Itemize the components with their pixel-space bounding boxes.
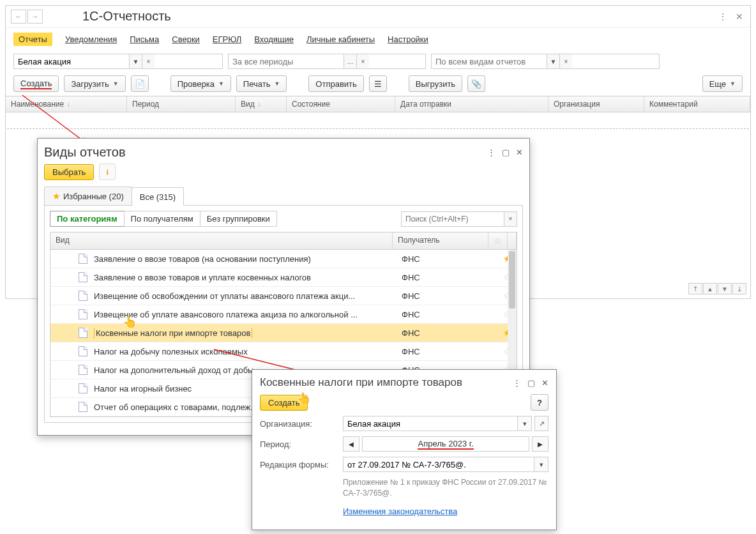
grid-header: Наименование↓ Период Вид↓ Состояние Дата…: [6, 96, 750, 112]
clear-search-icon[interactable]: ×: [504, 212, 517, 226]
chevron-down-icon[interactable]: ▼: [129, 54, 142, 68]
tab-notifications[interactable]: Уведомления: [65, 34, 117, 44]
star-icon: ★: [52, 191, 61, 201]
menu-icon[interactable]: ⋮: [513, 378, 521, 388]
maximize-icon[interactable]: ▢: [527, 378, 535, 388]
period-next[interactable]: ►: [532, 436, 548, 452]
document-icon: [79, 328, 87, 338]
row-name: Извещение об освобождении от уплаты аван…: [94, 291, 402, 301]
clear-icon[interactable]: ×: [142, 54, 155, 68]
export-button[interactable]: Выгрузить: [409, 75, 462, 92]
send-button[interactable]: Отправить: [308, 75, 363, 92]
col-fav-header[interactable]: ☆: [488, 233, 508, 249]
period-filter[interactable]: … ×: [228, 54, 426, 69]
tab-incoming[interactable]: Входящие: [254, 34, 294, 44]
tab-all[interactable]: Все (315): [132, 187, 184, 206]
row-name: Заявление о ввозе товаров (на основании …: [94, 254, 402, 264]
list-item[interactable]: Заявление о ввозе товаров и уплате косве…: [50, 268, 517, 287]
lbl-org: Организация:: [260, 419, 343, 429]
dlg-create-button[interactable]: Создать: [260, 395, 308, 411]
tab-reports[interactable]: Отчеты: [13, 33, 52, 46]
col-name[interactable]: Наименование: [11, 100, 64, 109]
col-org[interactable]: Организация: [554, 100, 600, 109]
edition-note: Приложение № 1 к приказу ФНС России от 2…: [343, 477, 548, 499]
info-icon[interactable]: i: [99, 164, 116, 180]
row-recv: ФНС: [402, 254, 497, 264]
col-kind-header[interactable]: Вид: [50, 233, 393, 249]
org-input[interactable]: [344, 419, 517, 429]
open-icon[interactable]: ↗: [534, 416, 548, 431]
close-icon[interactable]: ✕: [516, 148, 523, 157]
attach-icon-button[interactable]: 📎: [467, 75, 485, 92]
col-comment[interactable]: Комментарий: [649, 100, 698, 109]
create-dialog: Косвенные налоги при импорте товаров ⋮ ▢…: [252, 369, 557, 530]
tab-letters[interactable]: Письма: [130, 34, 159, 44]
select-button[interactable]: Выбрать: [44, 164, 94, 180]
grid-body: [7, 112, 749, 129]
chevron-down-icon[interactable]: ▾: [517, 416, 531, 431]
nav-back[interactable]: ←: [11, 10, 26, 24]
tab-favorites[interactable]: ★Избранные (20): [44, 187, 132, 205]
clear-icon[interactable]: ×: [559, 54, 572, 68]
clear-icon[interactable]: ×: [356, 54, 369, 68]
org-filter[interactable]: ▼ ×: [13, 54, 223, 69]
menu-icon[interactable]: ⋮: [717, 11, 729, 22]
tab-cabinets[interactable]: Личные кабинеты: [306, 34, 375, 44]
doc-icon-button[interactable]: 📄: [131, 75, 149, 92]
close-icon[interactable]: ✕: [734, 11, 745, 22]
list-item[interactable]: Извещение об уплате авансового платежа а…: [50, 305, 517, 324]
list-icon-button[interactable]: ☰: [369, 75, 387, 92]
document-icon: [79, 291, 87, 301]
col-kind[interactable]: Вид: [241, 100, 255, 109]
nav-fwd[interactable]: →: [27, 10, 43, 24]
list-item[interactable]: Налог на добычу полезных ископаемыхФНС☆: [50, 342, 517, 361]
col-recv-header[interactable]: Получатель: [393, 233, 488, 249]
list-item[interactable]: Извещение об освобождении от уплаты аван…: [50, 287, 517, 305]
col-state[interactable]: Состояние: [292, 100, 330, 109]
search-input[interactable]: [402, 212, 504, 226]
law-changes-link[interactable]: Изменения законодательства: [343, 507, 457, 516]
search-box[interactable]: ×: [401, 211, 517, 227]
kind-filter[interactable]: ▼ ×: [431, 54, 660, 69]
period-prev[interactable]: ◄: [343, 436, 359, 452]
col-period[interactable]: Период: [132, 100, 159, 109]
row-name: Извещение об уплате авансового платежа а…: [94, 310, 402, 319]
tab-egrul[interactable]: ЕГРЮЛ: [213, 34, 241, 44]
maximize-icon[interactable]: ▢: [502, 148, 510, 157]
check-button[interactable]: Проверка▼: [170, 75, 231, 92]
menu-icon[interactable]: ⋮: [487, 148, 495, 157]
col-sent[interactable]: Дата отправки: [400, 100, 451, 109]
mode-by-category[interactable]: По категориям: [50, 211, 125, 227]
chevron-down-icon[interactable]: ▾: [534, 457, 548, 471]
more-button[interactable]: Еще▼: [702, 75, 743, 92]
row-recv: ФНС: [402, 347, 497, 356]
mode-no-group[interactable]: Без группировки: [200, 211, 277, 227]
kind-filter-input[interactable]: [432, 54, 547, 68]
org-field[interactable]: ▾: [343, 416, 532, 431]
chevron-down-icon[interactable]: ▼: [547, 54, 559, 68]
tab-reconcile[interactable]: Сверки: [172, 34, 200, 44]
print-button[interactable]: Печать▼: [236, 75, 287, 92]
scroll-up-icon[interactable]: ▲: [703, 283, 717, 294]
scroll-down-icon[interactable]: ▼: [718, 283, 732, 294]
edition-field[interactable]: ▾: [343, 457, 548, 472]
load-button[interactable]: Загрузить▼: [64, 75, 125, 92]
types-tabs: ★Избранные (20) Все (315): [44, 187, 523, 206]
mode-by-receiver[interactable]: По получателям: [124, 211, 200, 227]
edition-input[interactable]: [344, 460, 534, 469]
scroll-top-icon[interactable]: ⤒: [688, 283, 702, 294]
filter-row: ▼ × … × ▼ ×: [6, 51, 750, 72]
list-item[interactable]: Заявление о ввозе товаров (на основании …: [50, 250, 517, 268]
org-filter-input[interactable]: [14, 54, 129, 68]
period-field[interactable]: Апрель 2023 г.: [362, 436, 529, 452]
create-button[interactable]: Создать: [13, 75, 59, 92]
row-name: Косвенные налоги при импорте товаров: [94, 328, 402, 338]
period-filter-input[interactable]: [229, 54, 344, 68]
list-item[interactable]: Косвенные налоги при импорте товаровФНС★: [50, 324, 517, 342]
tab-settings[interactable]: Настройки: [388, 34, 428, 44]
scroll-bottom-icon[interactable]: ⤓: [732, 283, 746, 294]
titlebar: ← → 1С-Отчетность ⋮ ✕: [6, 6, 750, 27]
close-icon[interactable]: ✕: [541, 378, 548, 388]
help-button[interactable]: ?: [531, 394, 548, 411]
ellipsis-icon[interactable]: …: [344, 54, 356, 68]
